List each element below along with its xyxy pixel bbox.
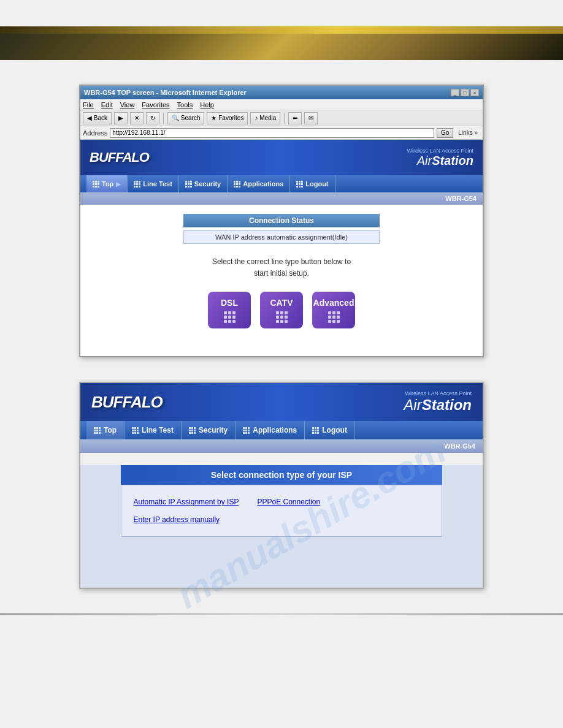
forward-button[interactable]: ▶ <box>114 112 128 124</box>
nav-logout-label-2: Logout <box>322 426 347 434</box>
airstation-text-1: AirStation <box>407 154 473 168</box>
address-bar: Address Go Links » <box>80 126 483 140</box>
nav-grid-icon-7 <box>132 427 139 434</box>
menu-edit[interactable]: Edit <box>101 101 113 108</box>
nav-logout-1[interactable]: Logout <box>290 175 335 192</box>
nav-top-label-1: Top <box>102 180 113 188</box>
page-content: WBR-G54 TOP screen - Microsoft Internet … <box>0 60 563 651</box>
nav-security-2[interactable]: Security <box>182 421 236 439</box>
address-input[interactable] <box>110 128 434 138</box>
browser-title: WBR-G54 TOP screen - Microsoft Internet … <box>84 89 247 96</box>
buffalo-logo-2: BUFFALO <box>91 393 163 412</box>
menu-tools[interactable]: Tools <box>177 101 193 108</box>
nav-top-2[interactable]: Top <box>86 421 124 439</box>
nav-top-label-2: Top <box>104 426 117 434</box>
dsl-button[interactable]: DSL <box>208 292 251 328</box>
browser-toolbar: ◀ Back ▶ ✕ ↻ 🔍 Search ★ Favorites ♪ Medi… <box>80 110 483 126</box>
nav-grid-icon <box>93 181 99 188</box>
history-button[interactable]: ⬅ <box>288 112 302 124</box>
nav-linetest-label-2: Line Test <box>142 426 174 434</box>
isp-links-row: Automatic IP Assignment by ISP PPPoE Con… <box>134 498 430 506</box>
connection-status-label: Connection Status <box>183 214 380 227</box>
buffalo-logo-1: BUFFALO <box>90 150 149 165</box>
close-button[interactable]: × <box>470 89 479 96</box>
menu-favorites[interactable]: Favorites <box>142 101 169 108</box>
nav-linetest-1[interactable]: Line Test <box>128 175 178 192</box>
nav-linetest-2[interactable]: Line Test <box>124 421 182 439</box>
nav-top-1[interactable]: Top ▶ <box>86 175 128 192</box>
nav-grid-icon-4 <box>234 181 240 188</box>
nav-grid-icon-6 <box>94 427 101 434</box>
nav-logout-2[interactable]: Logout <box>305 421 355 439</box>
advanced-dots <box>328 311 340 323</box>
catv-dots <box>276 311 288 323</box>
wan-status-text: WAN IP address automatic assignment(Idle… <box>183 230 380 244</box>
nav-grid-icon-9 <box>243 427 250 434</box>
address-label: Address <box>83 129 107 137</box>
nav-security-label-2: Security <box>199 426 228 434</box>
model-name-1: WBR-G54 <box>445 195 477 202</box>
wireless-text-1: Wireless LAN Access Point <box>407 148 473 154</box>
top-decorative-bar <box>0 26 563 60</box>
catv-label: CATV <box>270 298 293 308</box>
links-label: Links » <box>456 129 480 136</box>
go-button[interactable]: Go <box>437 128 453 138</box>
menu-view[interactable]: View <box>120 101 135 108</box>
refresh-button[interactable]: ↻ <box>146 112 159 124</box>
nav-applications-2[interactable]: Applications <box>236 421 305 439</box>
pppoe-link[interactable]: PPPoE Connection <box>257 498 320 506</box>
browser-menubar: File Edit View Favorites Tools Help <box>80 99 483 110</box>
airstation-brand-1: Wireless LAN Access Point AirStation <box>407 148 473 168</box>
router-content-2: manualshire.com Select connection type o… <box>80 465 483 588</box>
advanced-button[interactable]: Advanced <box>312 292 355 328</box>
nav-security-1[interactable]: Security <box>179 175 228 192</box>
favorites-button[interactable]: ★ Favorites <box>207 112 248 124</box>
setup-instruction: Select the correct line type button belo… <box>90 256 473 279</box>
nav-applications-1[interactable]: Applications <box>228 175 290 192</box>
router-ui-1: BUFFALO Wireless LAN Access Point AirSta… <box>80 140 483 356</box>
maximize-button[interactable]: □ <box>461 89 469 96</box>
router-nav-1: Top ▶ Line Test <box>80 175 483 192</box>
router-subheader-2: WBR-G54 <box>80 439 483 453</box>
router-nav-2: Top Line Test Security <box>80 421 483 439</box>
line-type-buttons: DSL CATV <box>90 292 473 328</box>
setup-line2: start initial setup. <box>254 269 309 278</box>
model-name-2: WBR-G54 <box>444 442 475 450</box>
toolbar-separator-2 <box>284 113 285 124</box>
nav-grid-icon-5 <box>296 181 303 188</box>
manual-ip-link[interactable]: Enter IP address manually <box>134 515 220 524</box>
stop-button[interactable]: ✕ <box>130 112 144 124</box>
mail-button[interactable]: ✉ <box>304 112 318 124</box>
catv-button[interactable]: CATV <box>260 292 303 328</box>
isp-select-header: Select connection type of your ISP <box>121 465 443 485</box>
back-button[interactable]: ◀ Back <box>83 112 112 124</box>
minimize-button[interactable]: _ <box>451 89 459 96</box>
browser-controls: _ □ × <box>451 89 479 96</box>
nav-logout-label-1: Logout <box>305 180 328 188</box>
media-button[interactable]: ♪ Media <box>250 112 280 124</box>
auto-ip-link[interactable]: Automatic IP Assignment by ISP <box>134 498 239 506</box>
browser-titlebar: WBR-G54 TOP screen - Microsoft Internet … <box>80 86 483 99</box>
setup-line1: Select the correct line type button belo… <box>212 257 351 266</box>
nav-applications-label-2: Applications <box>253 426 297 434</box>
isp-select-body: Automatic IP Assignment by ISP PPPoE Con… <box>121 485 443 537</box>
dsl-dots <box>224 311 236 323</box>
nav-arrow-1: ▶ <box>116 181 121 188</box>
nav-grid-icon-2 <box>134 181 140 188</box>
dsl-label: DSL <box>221 298 238 308</box>
router-header-1: BUFFALO Wireless LAN Access Point AirSta… <box>80 140 483 175</box>
nav-grid-icon-3 <box>185 181 192 188</box>
nav-grid-icon-10 <box>312 427 319 434</box>
router-subheader-1: WBR-G54 <box>80 192 483 205</box>
browser-window-1: WBR-G54 TOP screen - Microsoft Internet … <box>79 85 484 357</box>
nav-applications-label-1: Applications <box>243 180 283 188</box>
wireless-text-2: Wireless LAN Access Point <box>404 390 472 396</box>
menu-help[interactable]: Help <box>200 101 214 108</box>
nav-linetest-label-1: Line Test <box>143 180 172 188</box>
router-header-2: BUFFALO Wireless LAN Access Point AirSta… <box>80 383 483 421</box>
advanced-label: Advanced <box>313 298 354 308</box>
search-button[interactable]: 🔍 Search <box>167 112 204 124</box>
menu-file[interactable]: File <box>83 101 94 108</box>
nav-grid-icon-8 <box>189 427 196 434</box>
airstation-brand-2: Wireless LAN Access Point AirStation <box>404 390 472 414</box>
